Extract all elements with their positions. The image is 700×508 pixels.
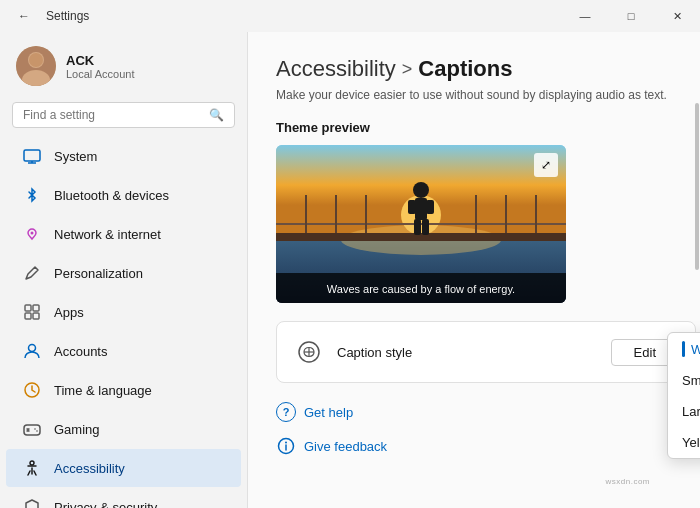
breadcrumb: Accessibility > Captions — [276, 56, 672, 82]
sidebar-item-label-personalization: Personalization — [54, 266, 143, 281]
sidebar-item-time[interactable]: Time & language — [6, 371, 241, 409]
sidebar-item-label-bluetooth: Bluetooth & devices — [54, 188, 169, 203]
search-icon[interactable]: 🔍 — [209, 108, 224, 122]
dropdown-item-yellow-on-blue[interactable]: Yellow on blue — [668, 427, 700, 458]
close-button[interactable]: ✕ — [654, 0, 700, 32]
maximize-button[interactable]: □ — [608, 0, 654, 32]
svg-point-18 — [34, 428, 36, 430]
sidebar-item-system[interactable]: System — [6, 137, 241, 175]
page-description: Make your device easier to use without s… — [276, 88, 672, 102]
help-links: ? Get help Give feedback — [276, 397, 672, 461]
watermark: wsxdn.com — [605, 477, 650, 486]
main-layout: ACK Local Account 🔍 System — [0, 32, 700, 508]
user-type: Local Account — [66, 68, 135, 80]
user-profile[interactable]: ACK Local Account — [0, 32, 247, 98]
svg-point-19 — [36, 430, 38, 432]
scrollbar-thumb[interactable] — [695, 103, 699, 270]
expand-icon: ⤢ — [541, 158, 551, 172]
svg-rect-37 — [414, 219, 421, 235]
svg-point-33 — [413, 182, 429, 198]
get-help-icon: ? — [276, 402, 296, 422]
content-area: Accessibility > Captions Make your devic… — [248, 32, 700, 508]
svg-point-20 — [30, 461, 34, 465]
sidebar-item-apps[interactable]: Apps — [6, 293, 241, 331]
time-icon — [22, 380, 42, 400]
dropdown-label-large-text: Large text — [682, 404, 700, 419]
privacy-icon — [22, 497, 42, 508]
sidebar-item-gaming[interactable]: Gaming — [6, 410, 241, 448]
dropdown-item-small-caps[interactable]: Small caps — [668, 365, 700, 396]
accounts-icon — [22, 341, 42, 361]
network-icon — [22, 224, 42, 244]
titlebar-left: ← Settings — [10, 2, 89, 30]
bluetooth-icon — [22, 185, 42, 205]
svg-rect-34 — [415, 198, 427, 220]
sidebar-item-bluetooth[interactable]: Bluetooth & devices — [6, 176, 241, 214]
preview-expand-button[interactable]: ⤢ — [534, 153, 558, 177]
avatar — [16, 46, 56, 86]
theme-section-title: Theme preview — [276, 120, 672, 135]
sidebar-item-label-gaming: Gaming — [54, 422, 100, 437]
caption-style-card: Caption style Edit White on black Small … — [276, 321, 696, 383]
svg-rect-8 — [25, 305, 31, 311]
give-feedback-label: Give feedback — [304, 439, 387, 454]
dropdown-label-yellow-on-blue: Yellow on blue — [682, 435, 700, 450]
back-button[interactable]: ← — [10, 2, 38, 30]
give-feedback-link[interactable]: Give feedback — [276, 431, 672, 461]
svg-point-12 — [29, 345, 36, 352]
sidebar-item-network[interactable]: Network & internet — [6, 215, 241, 253]
svg-rect-38 — [422, 219, 429, 235]
nav-list: System Bluetooth & devices Network — [0, 136, 247, 508]
svg-rect-10 — [25, 313, 31, 319]
svg-point-44 — [285, 442, 287, 444]
minimize-button[interactable]: — — [562, 0, 608, 32]
breadcrumb-parent[interactable]: Accessibility — [276, 56, 396, 82]
gaming-icon — [22, 419, 42, 439]
caption-text: Waves are caused by a flow of energy. — [327, 283, 515, 295]
svg-rect-9 — [33, 305, 39, 311]
dropdown-item-white-on-black[interactable]: White on black — [668, 333, 700, 365]
sidebar-item-accessibility[interactable]: Accessibility — [6, 449, 241, 487]
sidebar-item-label-accounts: Accounts — [54, 344, 107, 359]
sidebar-item-label-apps: Apps — [54, 305, 84, 320]
sidebar-item-label-accessibility: Accessibility — [54, 461, 125, 476]
theme-preview: Waves are caused by a flow of energy. ⤢ — [276, 145, 566, 303]
user-name: ACK — [66, 53, 135, 68]
svg-rect-11 — [33, 313, 39, 319]
dropdown-label-small-caps: Small caps — [682, 373, 700, 388]
sidebar-item-privacy[interactable]: Privacy & security — [6, 488, 241, 508]
apps-icon — [22, 302, 42, 322]
sidebar-item-personalization[interactable]: Personalization — [6, 254, 241, 292]
svg-rect-35 — [408, 200, 416, 214]
user-info: ACK Local Account — [66, 53, 135, 80]
back-icon: ← — [18, 9, 30, 23]
personalization-icon — [22, 263, 42, 283]
system-icon — [22, 146, 42, 166]
svg-point-3 — [29, 53, 43, 67]
breadcrumb-arrow: > — [402, 59, 413, 80]
sidebar-item-label-time: Time & language — [54, 383, 152, 398]
sidebar: ACK Local Account 🔍 System — [0, 32, 248, 508]
search-input[interactable] — [23, 108, 203, 122]
accessibility-icon — [22, 458, 42, 478]
get-help-label: Get help — [304, 405, 353, 420]
titlebar: ← Settings — □ ✕ — [0, 0, 700, 32]
sidebar-item-label-privacy: Privacy & security — [54, 500, 157, 509]
caption-style-label: Caption style — [337, 345, 599, 360]
caption-style-dropdown: White on black Small caps Large text Yel… — [667, 332, 700, 459]
svg-rect-14 — [24, 425, 40, 435]
breadcrumb-current: Captions — [418, 56, 512, 82]
sidebar-item-label-network: Network & internet — [54, 227, 161, 242]
dropdown-item-large-text[interactable]: Large text — [668, 396, 700, 427]
sidebar-item-accounts[interactable]: Accounts — [6, 332, 241, 370]
svg-rect-36 — [426, 200, 434, 214]
caption-bar: Waves are caused by a flow of energy. — [276, 273, 566, 303]
svg-rect-25 — [276, 233, 566, 241]
svg-rect-4 — [24, 150, 40, 161]
search-box[interactable]: 🔍 — [12, 102, 235, 128]
window-controls: — □ ✕ — [562, 0, 700, 32]
dropdown-label-white-on-black: White on black — [691, 342, 700, 357]
get-help-link[interactable]: ? Get help — [276, 397, 672, 427]
app-title: Settings — [46, 9, 89, 23]
svg-point-7 — [31, 232, 34, 235]
